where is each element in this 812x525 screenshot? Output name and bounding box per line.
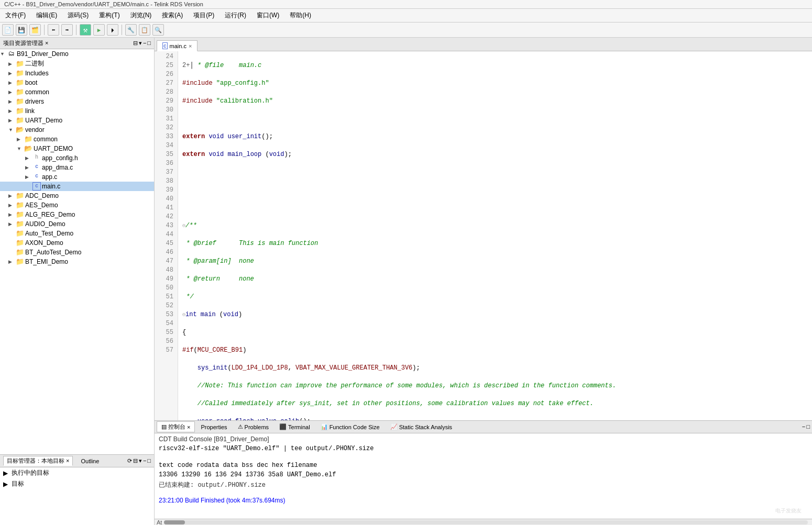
project-explorer-title: 项目资源管理器 × — [3, 39, 48, 47]
static-stack-tab[interactable]: 📈 Static Stack Analysis — [386, 422, 457, 432]
tree-item-drivers[interactable]: ▶ 📁 drivers — [0, 97, 154, 106]
function-code-tab[interactable]: 📊 Function Code Size — [316, 422, 385, 432]
folder-icon-common: 📁 — [16, 88, 24, 96]
toolbar-btn-extra2[interactable]: 📋 — [139, 24, 150, 36]
console-tab[interactable]: ▤ 控制台 × — [157, 421, 195, 432]
project-explorer-content[interactable]: ▼ 🗂 B91_Driver_Demo ▶ 📁 二进制 ▶ 📁 Includes — [0, 49, 154, 454]
target-item[interactable]: ▶ 目标 — [0, 478, 154, 489]
toolbar-new-btn[interactable]: 📄 — [2, 24, 14, 36]
tree-item-app-dma-c[interactable]: ▶ c app_dma.c — [0, 163, 154, 172]
code-editor[interactable]: 24 25 26 27 28 29 30 31 32 33 34 35 36 3… — [155, 51, 812, 420]
code-lines[interactable]: 2+│ * @file main.c #include "app_config.… — [178, 51, 812, 420]
target-executing-label: 执行中的目标 — [12, 468, 49, 477]
explorer-min-btn[interactable]: − — [143, 40, 146, 47]
tree-item-vendor[interactable]: ▼ 📂 vendor — [0, 125, 154, 135]
tree-label-audio-demo: AUDIO_Demo — [25, 220, 65, 228]
code-line-28: extern void user_init(); — [182, 132, 808, 141]
menu-help[interactable]: 帮助(H) — [287, 10, 314, 21]
folder-icon-uart-demo: 📁 — [16, 116, 24, 125]
console-table-header: text code rodata data bss dec hex filena… — [159, 462, 808, 469]
console-table-data: 13306 13290 16 136 294 13736 35a8 UART_D… — [159, 471, 808, 478]
properties-tab[interactable]: Properties — [196, 422, 232, 432]
tree-item-boot[interactable]: ▶ 📁 boot — [0, 78, 154, 87]
tree-item-bt-autotest[interactable]: ▶ 📁 BT_AutoTest_Demo — [0, 248, 154, 257]
bottom-left-max-btn[interactable]: □ — [147, 457, 151, 464]
tree-item-link[interactable]: ▶ 📁 link — [0, 106, 154, 116]
bottom-left-sync-btn[interactable]: ⟳ — [127, 457, 132, 464]
toolbar-btn-extra3[interactable]: 🔍 — [152, 24, 164, 36]
file-icon-app-dma: c — [32, 163, 41, 172]
code-line-25: #include "app_config.h" — [182, 79, 808, 88]
console-scrollbar-track[interactable] — [164, 520, 808, 524]
bottom-scrollbar[interactable]: At — [155, 519, 812, 525]
bottom-left-menu-btn[interactable]: ▾ — [139, 457, 142, 464]
tree-item-auto-test[interactable]: ▶ 📁 Auto_Test_Demo — [0, 229, 154, 238]
tree-item-bt-emi[interactable]: ▶ 📁 BT_EMI_Demo — [0, 257, 154, 266]
menu-edit[interactable]: 编辑(E) — [33, 10, 60, 21]
static-stack-tab-label: Static Stack Analysis — [399, 424, 453, 430]
tree-item-adc-demo[interactable]: ▶ 📁 ADC_Demo — [0, 191, 154, 200]
toolbar-btn-2[interactable]: ⬅ — [48, 24, 59, 36]
console-tab-label: 控制台 — [168, 423, 185, 431]
toolbar-build-btn[interactable]: ⚒ — [80, 24, 91, 36]
tree-item-uart-demo-folder[interactable]: ▼ 📂 UART_DEMO — [0, 144, 154, 153]
watermark: 电子发烧友 — [775, 507, 802, 515]
console-blank-1 — [159, 452, 808, 460]
tree-item-main-c[interactable]: ▶ c main.c — [0, 182, 154, 191]
tree-item-alg-demo[interactable]: ▶ 📁 ALG_REG_Demo — [0, 210, 154, 219]
editor-tab-label: main.c — [170, 43, 186, 49]
target-item-label: 目标 — [12, 479, 24, 488]
problems-tab[interactable]: ⚠ Problems — [233, 422, 273, 432]
code-line-43: //Called immediately after sys_init, set… — [182, 399, 808, 408]
tree-item-common[interactable]: ▶ 📁 common — [0, 87, 154, 97]
console-header-text: CDT Build Console [B91_Driver_Demo] — [159, 435, 269, 443]
tree-item-binary[interactable]: ▶ 📁 二进制 — [0, 59, 154, 69]
tree-item-audio-demo[interactable]: ▶ 📁 AUDIO_Demo — [0, 219, 154, 229]
console-min-btn[interactable]: − — [802, 424, 806, 430]
tree-item-app-config-h[interactable]: ▶ h app_config.h — [0, 153, 154, 163]
console-tab-close[interactable]: × — [187, 424, 190, 430]
tree-item-axon-demo[interactable]: ▶ 📁 AXON_Demo — [0, 238, 154, 248]
tree-label-uart-demo: UART_Demo — [25, 117, 62, 124]
toolbar-debug-btn[interactable]: ▶ — [93, 24, 105, 36]
toolbar-save-all-btn[interactable]: 🗂️ — [29, 24, 41, 36]
tree-item-uart-demo[interactable]: ▶ 📁 UART_Demo — [0, 116, 154, 125]
console-icon: ▤ — [161, 423, 167, 430]
menu-search[interactable]: 搜索(A) — [159, 10, 186, 21]
console-max-btn[interactable]: □ — [806, 424, 810, 430]
explorer-collapse-btn[interactable]: ⊟ — [133, 40, 138, 47]
tree-item-aes-demo[interactable]: ▶ 📁 AES_Demo — [0, 200, 154, 210]
menu-project[interactable]: 项目(P) — [190, 10, 217, 21]
toolbar-btn-3[interactable]: ➡ — [61, 24, 73, 36]
code-line-39: { — [182, 328, 808, 337]
toolbar-btn-extra[interactable]: 🔧 — [125, 24, 137, 36]
target-executing[interactable]: ▶ 执行中的目标 — [0, 467, 154, 478]
tree-label-uart-demo-folder: UART_DEMO — [34, 145, 73, 152]
menu-file[interactable]: 文件(F) — [2, 10, 29, 21]
editor-tab-main-c[interactable]: c main.c × — [157, 40, 197, 51]
bottom-left-collapse-btn[interactable]: ⊟ — [133, 457, 138, 464]
menu-run[interactable]: 运行(R) — [222, 10, 249, 21]
target-manager-tab[interactable]: 目标管理器：本地目标 × — [3, 456, 73, 466]
folder-icon-axon: 📁 — [16, 239, 24, 247]
code-line-36: * @return none — [182, 275, 808, 284]
menu-window[interactable]: 窗口(W) — [254, 10, 282, 21]
menu-source[interactable]: 源码(S) — [64, 10, 92, 21]
tree-item-vendor-common[interactable]: ▶ 📁 common — [0, 135, 154, 144]
terminal-tab[interactable]: ⬛ Terminal — [275, 422, 315, 432]
toolbar-run-btn[interactable]: ⏵ — [107, 24, 118, 36]
tree-label-app-config-h: app_config.h — [42, 154, 78, 162]
outline-tab[interactable]: Outline — [77, 457, 103, 465]
explorer-menu-btn[interactable]: ▾ — [139, 40, 142, 47]
tree-root[interactable]: ▼ 🗂 B91_Driver_Demo — [0, 49, 154, 59]
editor-tab-close[interactable]: × — [189, 43, 192, 49]
toolbar-save-btn[interactable]: 💾 — [16, 24, 27, 36]
bottom-left-min-btn[interactable]: − — [143, 457, 146, 464]
tree-label-alg-demo: ALG_REG_Demo — [25, 211, 75, 218]
explorer-max-btn[interactable]: □ — [147, 40, 151, 47]
menu-refactor[interactable]: 重构(T) — [96, 10, 123, 21]
tree-item-app-c[interactable]: ▶ c app.c — [0, 172, 154, 182]
tree-item-includes[interactable]: ▶ 📁 Includes — [0, 69, 154, 78]
menu-navigate[interactable]: 浏览(N) — [127, 10, 155, 21]
tree-label-includes: Includes — [25, 70, 49, 77]
